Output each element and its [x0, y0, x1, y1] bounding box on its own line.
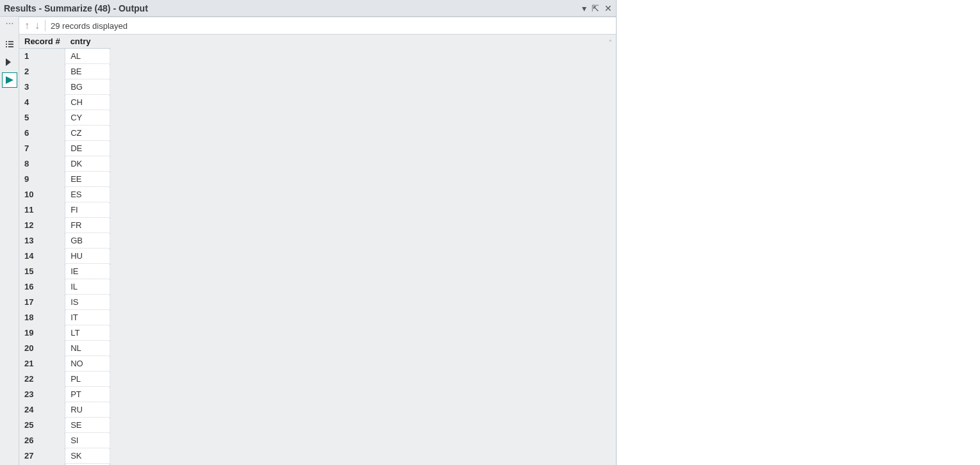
cntry-cell[interactable]: SK	[65, 448, 110, 464]
record-number-cell: 15	[19, 264, 65, 279]
cntry-cell[interactable]: DK	[65, 156, 110, 172]
table-row[interactable]: 19LT	[19, 325, 110, 341]
table-row[interactable]: 27SK	[19, 448, 110, 464]
table-row[interactable]: 12FR	[19, 218, 110, 233]
cntry-cell[interactable]: HU	[65, 249, 110, 264]
col-cntry-header[interactable]: cntry	[65, 35, 110, 49]
table-row[interactable]: 5CY	[19, 110, 110, 126]
sort-asc-icon[interactable]: ↑	[24, 20, 29, 31]
cntry-cell[interactable]: AL	[65, 49, 110, 64]
record-number-cell: 9	[19, 172, 65, 187]
table-row[interactable]: 8DK	[19, 156, 110, 172]
table-row[interactable]: 15IE	[19, 264, 110, 279]
record-number-cell: 12	[19, 218, 65, 233]
table-row[interactable]: 25SE	[19, 418, 110, 433]
table-row[interactable]: 13GB	[19, 233, 110, 249]
table-row[interactable]: 22PL	[19, 371, 110, 387]
cntry-cell[interactable]: NL	[65, 341, 110, 356]
record-number-cell: 18	[19, 310, 65, 325]
table-row[interactable]: 20NL	[19, 341, 110, 356]
records-count-label: 29 records displayed	[51, 21, 128, 31]
results-toolbar: ↑ ↓ 29 records displayed	[19, 17, 616, 35]
table-row[interactable]: 21NO	[19, 356, 110, 371]
record-number-cell: 4	[19, 95, 65, 110]
input-anchor-icon[interactable]	[3, 55, 17, 69]
cntry-cell[interactable]: IT	[65, 310, 110, 325]
cntry-cell[interactable]: FI	[65, 202, 110, 218]
svg-rect-8	[8, 46, 13, 47]
table-row[interactable]: 3BG	[19, 79, 110, 95]
scroll-up-caret-icon[interactable]: ˄	[604, 35, 616, 465]
record-number-cell: 22	[19, 371, 65, 387]
svg-point-1	[9, 23, 10, 24]
table-row[interactable]: 10ES	[19, 187, 110, 202]
cntry-cell[interactable]: ES	[65, 187, 110, 202]
svg-rect-4	[8, 41, 13, 42]
cntry-cell[interactable]: BE	[65, 64, 110, 79]
table-row[interactable]: 4CH	[19, 95, 110, 110]
table-row[interactable]: 9EE	[19, 172, 110, 187]
record-number-cell: 25	[19, 418, 65, 433]
dots-icon[interactable]	[3, 19, 17, 33]
results-view-strip	[0, 17, 19, 465]
cntry-cell[interactable]: SE	[65, 418, 110, 433]
cntry-cell[interactable]: EE	[65, 172, 110, 187]
panel-close-icon[interactable]: ✕	[604, 3, 612, 13]
table-row[interactable]: 1AL	[19, 49, 110, 64]
cntry-cell[interactable]: SI	[65, 433, 110, 448]
cntry-cell[interactable]: CH	[65, 95, 110, 110]
record-number-cell: 19	[19, 325, 65, 341]
cntry-cell[interactable]: PT	[65, 387, 110, 402]
record-number-cell: 5	[19, 110, 65, 126]
table-row[interactable]: 16IL	[19, 279, 110, 295]
results-panel: Results - Summarize (48) - Output ▾ ⇱ ✕ …	[0, 0, 617, 465]
panel-dropdown-icon[interactable]: ▾	[582, 3, 586, 13]
table-row[interactable]: 23PT	[19, 387, 110, 402]
table-row[interactable]: 6CZ	[19, 126, 110, 141]
record-number-cell: 1	[19, 49, 65, 64]
svg-marker-10	[6, 76, 13, 84]
sort-desc-icon[interactable]: ↓	[35, 20, 40, 31]
svg-rect-3	[6, 41, 7, 42]
table-row[interactable]: 11FI	[19, 202, 110, 218]
cntry-cell[interactable]: CZ	[65, 126, 110, 141]
cntry-cell[interactable]: LT	[65, 325, 110, 341]
record-number-cell: 27	[19, 448, 65, 464]
table-row[interactable]: 7DE	[19, 141, 110, 156]
cntry-cell[interactable]: RU	[65, 402, 110, 418]
table-row[interactable]: 18IT	[19, 310, 110, 325]
cntry-cell[interactable]: CY	[65, 110, 110, 126]
record-number-cell: 6	[19, 126, 65, 141]
record-number-cell: 3	[19, 79, 65, 95]
cntry-cell[interactable]: IS	[65, 295, 110, 310]
cntry-cell[interactable]: PL	[65, 371, 110, 387]
table-row[interactable]: 14HU	[19, 249, 110, 264]
output-anchor-icon[interactable]	[3, 73, 17, 87]
table-row[interactable]: 2BE	[19, 64, 110, 79]
table-row[interactable]: 26SI	[19, 433, 110, 448]
record-number-cell: 11	[19, 202, 65, 218]
record-number-cell: 17	[19, 295, 65, 310]
table-row[interactable]: 24RU	[19, 402, 110, 418]
record-number-cell: 2	[19, 64, 65, 79]
cntry-cell[interactable]: NO	[65, 356, 110, 371]
cntry-cell[interactable]: IE	[65, 264, 110, 279]
toolbar-separator	[45, 20, 46, 31]
panel-title: Results - Summarize (48) - Output	[4, 3, 582, 13]
record-number-cell: 14	[19, 249, 65, 264]
record-number-cell: 20	[19, 341, 65, 356]
panel-pin-icon[interactable]: ⇱	[592, 3, 599, 13]
record-number-cell: 8	[19, 156, 65, 172]
workflow-canvas[interactable]: ESS6e02_1.sav	[617, 0, 980, 465]
record-number-cell: 23	[19, 387, 65, 402]
table-row[interactable]: 17IS	[19, 295, 110, 310]
cntry-cell[interactable]: BG	[65, 79, 110, 95]
col-record-header[interactable]: Record #	[19, 35, 65, 49]
cntry-cell[interactable]: DE	[65, 141, 110, 156]
results-table[interactable]: Record # cntry 1AL2BE3BG4CH5CY6CZ7DE8DK9…	[19, 35, 110, 465]
cntry-cell[interactable]: FR	[65, 218, 110, 233]
list-view-icon[interactable]	[3, 37, 17, 51]
cntry-cell[interactable]: GB	[65, 233, 110, 249]
panel-header: Results - Summarize (48) - Output ▾ ⇱ ✕	[0, 0, 616, 17]
cntry-cell[interactable]: IL	[65, 279, 110, 295]
